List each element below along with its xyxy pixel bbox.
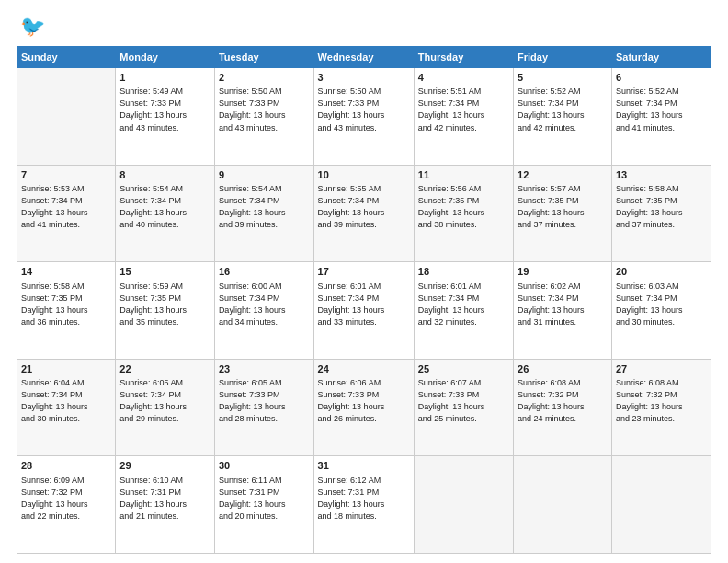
day-cell: 24Sunrise: 6:06 AM Sunset: 7:33 PM Dayli… [313, 359, 414, 456]
logo-bird-icon: 🐦 [20, 15, 45, 39]
day-cell [414, 456, 513, 554]
day-cell: 25Sunrise: 6:07 AM Sunset: 7:33 PM Dayli… [414, 359, 513, 456]
day-info: Sunrise: 6:05 AM Sunset: 7:33 PM Dayligh… [219, 377, 310, 425]
day-number: 24 [318, 362, 410, 376]
day-cell: 23Sunrise: 6:05 AM Sunset: 7:33 PM Dayli… [214, 359, 313, 456]
day-cell: 26Sunrise: 6:08 AM Sunset: 7:32 PM Dayli… [514, 359, 612, 456]
day-info: Sunrise: 6:05 AM Sunset: 7:34 PM Dayligh… [119, 377, 210, 425]
day-info: Sunrise: 5:49 AM Sunset: 7:33 PM Dayligh… [119, 86, 210, 133]
day-number: 7 [21, 168, 111, 182]
day-info: Sunrise: 6:12 AM Sunset: 7:31 PM Dayligh… [318, 475, 410, 523]
day-cell: 4Sunrise: 5:51 AM Sunset: 7:34 PM Daylig… [414, 68, 513, 166]
day-info: Sunrise: 5:57 AM Sunset: 7:35 PM Dayligh… [518, 183, 608, 231]
day-info: Sunrise: 5:52 AM Sunset: 7:34 PM Dayligh… [518, 86, 608, 133]
day-info: Sunrise: 6:02 AM Sunset: 7:34 PM Dayligh… [518, 281, 608, 328]
day-cell: 16Sunrise: 6:00 AM Sunset: 7:34 PM Dayli… [214, 262, 313, 360]
page: 🐦 SundayMondayTuesdayWednesdayThursdayFr… [0, 0, 728, 563]
day-cell: 11Sunrise: 5:56 AM Sunset: 7:35 PM Dayli… [414, 165, 513, 262]
logo: 🐦 [17, 15, 45, 39]
day-info: Sunrise: 5:51 AM Sunset: 7:34 PM Dayligh… [418, 86, 509, 133]
day-cell [17, 68, 116, 166]
day-number: 30 [219, 459, 310, 473]
day-info: Sunrise: 5:54 AM Sunset: 7:34 PM Dayligh… [219, 183, 310, 231]
day-cell: 19Sunrise: 6:02 AM Sunset: 7:34 PM Dayli… [514, 262, 612, 360]
day-number: 14 [21, 265, 111, 279]
day-number: 8 [119, 168, 210, 182]
day-info: Sunrise: 5:58 AM Sunset: 7:35 PM Dayligh… [616, 183, 707, 231]
day-cell: 17Sunrise: 6:01 AM Sunset: 7:34 PM Dayli… [313, 262, 414, 360]
day-cell: 9Sunrise: 5:54 AM Sunset: 7:34 PM Daylig… [214, 165, 313, 262]
col-header-wednesday: Wednesday [313, 47, 414, 68]
header: 🐦 [17, 15, 711, 39]
day-cell: 28Sunrise: 6:09 AM Sunset: 7:32 PM Dayli… [17, 456, 116, 554]
day-cell [514, 456, 612, 554]
day-number: 23 [219, 362, 310, 376]
day-number: 21 [21, 362, 111, 376]
week-row-2: 7Sunrise: 5:53 AM Sunset: 7:34 PM Daylig… [17, 165, 711, 262]
day-cell: 3Sunrise: 5:50 AM Sunset: 7:33 PM Daylig… [313, 68, 414, 166]
day-info: Sunrise: 5:52 AM Sunset: 7:34 PM Dayligh… [616, 86, 707, 133]
day-number: 16 [219, 265, 310, 279]
day-info: Sunrise: 6:03 AM Sunset: 7:34 PM Dayligh… [616, 281, 707, 328]
day-cell: 30Sunrise: 6:11 AM Sunset: 7:31 PM Dayli… [214, 456, 313, 554]
col-header-saturday: Saturday [611, 47, 711, 68]
day-number: 13 [616, 168, 707, 182]
day-cell: 6Sunrise: 5:52 AM Sunset: 7:34 PM Daylig… [611, 68, 711, 166]
day-cell: 12Sunrise: 5:57 AM Sunset: 7:35 PM Dayli… [514, 165, 612, 262]
day-number: 20 [616, 265, 707, 279]
day-number: 25 [418, 362, 509, 376]
day-info: Sunrise: 6:01 AM Sunset: 7:34 PM Dayligh… [418, 281, 509, 328]
day-number: 17 [318, 265, 410, 279]
day-info: Sunrise: 5:58 AM Sunset: 7:35 PM Dayligh… [21, 281, 111, 328]
day-cell: 18Sunrise: 6:01 AM Sunset: 7:34 PM Dayli… [414, 262, 513, 360]
day-cell: 31Sunrise: 6:12 AM Sunset: 7:31 PM Dayli… [313, 456, 414, 554]
day-number: 9 [219, 168, 310, 182]
day-number: 2 [219, 71, 310, 85]
day-info: Sunrise: 6:01 AM Sunset: 7:34 PM Dayligh… [318, 281, 410, 328]
day-number: 15 [119, 265, 210, 279]
day-number: 12 [518, 168, 608, 182]
col-header-thursday: Thursday [414, 47, 513, 68]
day-info: Sunrise: 6:06 AM Sunset: 7:33 PM Dayligh… [318, 377, 410, 425]
day-cell: 13Sunrise: 5:58 AM Sunset: 7:35 PM Dayli… [611, 165, 711, 262]
day-cell: 27Sunrise: 6:08 AM Sunset: 7:32 PM Dayli… [611, 359, 711, 456]
day-info: Sunrise: 6:07 AM Sunset: 7:33 PM Dayligh… [418, 377, 509, 425]
week-row-1: 1Sunrise: 5:49 AM Sunset: 7:33 PM Daylig… [17, 68, 711, 166]
header-row: SundayMondayTuesdayWednesdayThursdayFrid… [17, 47, 711, 68]
day-number: 11 [418, 168, 509, 182]
col-header-monday: Monday [116, 47, 215, 68]
day-number: 31 [318, 459, 410, 473]
day-info: Sunrise: 6:08 AM Sunset: 7:32 PM Dayligh… [518, 377, 608, 425]
day-number: 29 [119, 459, 210, 473]
week-row-3: 14Sunrise: 5:58 AM Sunset: 7:35 PM Dayli… [17, 262, 711, 360]
day-cell: 14Sunrise: 5:58 AM Sunset: 7:35 PM Dayli… [17, 262, 116, 360]
col-header-friday: Friday [514, 47, 612, 68]
day-cell: 5Sunrise: 5:52 AM Sunset: 7:34 PM Daylig… [514, 68, 612, 166]
day-cell: 22Sunrise: 6:05 AM Sunset: 7:34 PM Dayli… [116, 359, 215, 456]
day-cell: 15Sunrise: 5:59 AM Sunset: 7:35 PM Dayli… [116, 262, 215, 360]
day-info: Sunrise: 5:59 AM Sunset: 7:35 PM Dayligh… [119, 281, 210, 328]
day-number: 6 [616, 71, 707, 85]
day-info: Sunrise: 6:11 AM Sunset: 7:31 PM Dayligh… [219, 475, 310, 523]
day-number: 22 [119, 362, 210, 376]
day-cell: 20Sunrise: 6:03 AM Sunset: 7:34 PM Dayli… [611, 262, 711, 360]
calendar-table: SundayMondayTuesdayWednesdayThursdayFrid… [17, 46, 711, 554]
day-info: Sunrise: 5:56 AM Sunset: 7:35 PM Dayligh… [418, 183, 509, 231]
day-number: 26 [518, 362, 608, 376]
week-row-5: 28Sunrise: 6:09 AM Sunset: 7:32 PM Dayli… [17, 456, 711, 554]
day-cell: 1Sunrise: 5:49 AM Sunset: 7:33 PM Daylig… [116, 68, 215, 166]
day-info: Sunrise: 5:54 AM Sunset: 7:34 PM Dayligh… [119, 183, 210, 231]
day-info: Sunrise: 6:00 AM Sunset: 7:34 PM Dayligh… [219, 281, 310, 328]
day-cell: 29Sunrise: 6:10 AM Sunset: 7:31 PM Dayli… [116, 456, 215, 554]
day-info: Sunrise: 6:04 AM Sunset: 7:34 PM Dayligh… [21, 377, 111, 425]
day-info: Sunrise: 5:53 AM Sunset: 7:34 PM Dayligh… [21, 183, 111, 231]
day-info: Sunrise: 6:08 AM Sunset: 7:32 PM Dayligh… [616, 377, 707, 425]
day-info: Sunrise: 5:50 AM Sunset: 7:33 PM Dayligh… [219, 86, 310, 133]
day-number: 28 [21, 459, 111, 473]
day-number: 5 [518, 71, 608, 85]
day-info: Sunrise: 6:09 AM Sunset: 7:32 PM Dayligh… [21, 475, 111, 523]
day-cell: 21Sunrise: 6:04 AM Sunset: 7:34 PM Dayli… [17, 359, 116, 456]
day-number: 27 [616, 362, 707, 376]
col-header-sunday: Sunday [17, 47, 116, 68]
day-number: 19 [518, 265, 608, 279]
